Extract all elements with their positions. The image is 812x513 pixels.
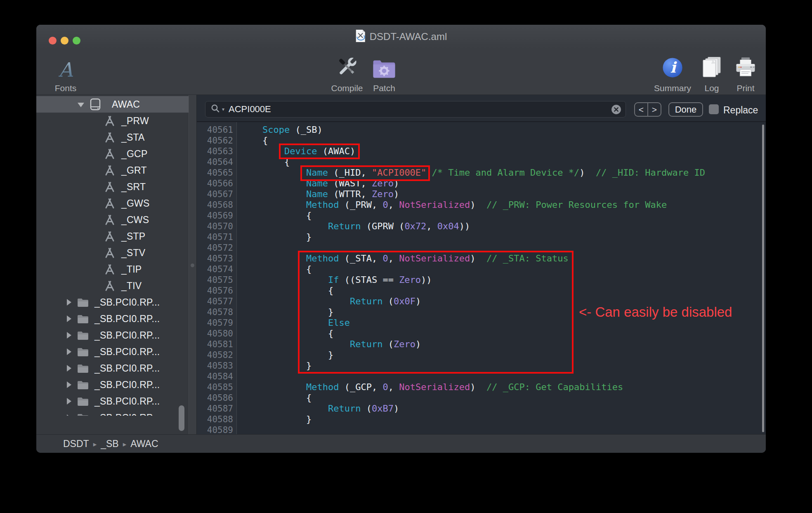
code-line[interactable]: 40573 Method (_STA, 0, NotSerialized) //… (197, 253, 766, 264)
tree-item-label: _STA (121, 132, 145, 143)
code-line[interactable]: 40575 If ((STAS == Zero)) (197, 275, 766, 285)
close-button[interactable] (49, 37, 57, 45)
code-area[interactable]: 40561 Scope (_SB)40562 {40563 Device (AW… (197, 122, 766, 434)
compile-button[interactable]: Compile (331, 49, 363, 96)
folder-icon (77, 297, 89, 309)
code-text: Return (Zero) (237, 339, 421, 349)
tree-item-sb-pci0-rp[interactable]: _SB.PCI0.RP... (36, 360, 189, 377)
code-line[interactable]: 40570 Return (GPRW (0x72, 0x04)) (197, 221, 766, 232)
search-value: ACPI000E (229, 104, 271, 115)
fonts-button[interactable]: A Fonts (55, 49, 77, 96)
line-number: 40572 (197, 242, 237, 253)
line-number: 40571 (197, 232, 237, 242)
code-line[interactable]: 40583 } (197, 360, 766, 371)
tree-item-sb-pci0-rp[interactable]: _SB.PCI0.RP... (36, 327, 189, 344)
line-number: 40582 (197, 350, 237, 360)
code-line[interactable]: 40565 Name (_HID, "ACPI000E" /* Time and… (197, 167, 766, 178)
tree-item-sb-pci0-rp[interactable]: _SB.PCI0.RP... (36, 409, 189, 416)
code-line[interactable]: 40574 { (197, 264, 766, 275)
print-button[interactable]: Print (734, 49, 757, 96)
tree-item-srt[interactable]: _SRT (36, 179, 189, 195)
breadcrumb-sb[interactable]: _SB (101, 438, 118, 449)
symbol-tree[interactable]: AWAC_PRW_STA_GCP_GRT_SRT_GWS_CWS_STP_STV… (36, 95, 189, 416)
search-input[interactable]: ▾ ACPI000E (205, 101, 626, 118)
code-line[interactable]: 40586 { (197, 393, 766, 403)
disclosure-collapsed-icon[interactable] (67, 398, 71, 405)
breadcrumb-awac[interactable]: AWAC (130, 438, 158, 449)
tree-item-prw[interactable]: _PRW (36, 113, 189, 129)
tree-item-sta[interactable]: _STA (36, 129, 189, 146)
tree-item-stv[interactable]: _STV (36, 245, 189, 261)
split-drag-handle[interactable] (191, 264, 194, 267)
disclosure-collapsed-icon[interactable] (67, 414, 71, 416)
line-number: 40584 (197, 371, 237, 382)
code-line[interactable]: 40585 Method (_GCP, 0, NotSerialized) //… (197, 382, 766, 393)
tree-item-label: _TIP (121, 264, 142, 275)
summary-button[interactable]: i Summary (654, 49, 691, 96)
code-line[interactable]: 40589 (197, 425, 766, 434)
code-line[interactable]: 40571 } (197, 232, 766, 242)
code-line[interactable]: 40564 { (197, 157, 766, 167)
code-line[interactable]: 40576 { (197, 285, 766, 296)
tree-item-sb-pci0-rp[interactable]: _SB.PCI0.RP... (36, 311, 189, 327)
minimize-button[interactable] (61, 37, 68, 45)
disclosure-expanded-icon[interactable] (78, 103, 84, 107)
tree-item-awac[interactable]: AWAC (36, 96, 189, 113)
tree-item-label: _SB.PCI0.RP... (94, 346, 160, 358)
tree-item-sb-pci0-rp[interactable]: _SB.PCI0.RP... (36, 377, 189, 393)
tree-item-tip[interactable]: _TIP (36, 261, 189, 278)
find-previous-button[interactable]: < (635, 103, 648, 116)
tree-item-sb-pci0-rp[interactable]: _SB.PCI0.RP... (36, 294, 189, 311)
editor-scrollbar[interactable] (762, 125, 764, 432)
disclosure-collapsed-icon[interactable] (67, 381, 71, 388)
replace-checkbox[interactable] (709, 104, 719, 114)
code-line[interactable]: 40582 } (197, 350, 766, 360)
code-line[interactable]: 40581 Return (Zero) (197, 339, 766, 350)
line-number: 40575 (197, 275, 237, 285)
code-line[interactable]: 40566 Name (WAST, Zero) (197, 178, 766, 189)
tree-item-grt[interactable]: _GRT (36, 162, 189, 179)
disclosure-collapsed-icon[interactable] (67, 315, 71, 322)
log-button[interactable]: Log (701, 49, 722, 96)
code-line[interactable]: 40588 } (197, 414, 766, 425)
tree-item-label: _CWS (121, 214, 149, 226)
method-icon (104, 264, 116, 278)
disclosure-collapsed-icon[interactable] (67, 365, 71, 372)
disclosure-collapsed-icon[interactable] (67, 299, 71, 306)
code-line[interactable]: 40569 { (197, 210, 766, 221)
code-text (237, 242, 241, 253)
code-line[interactable]: 40587 Return (0xB7) (197, 403, 766, 414)
code-line[interactable]: 40563 Device (AWAC) (197, 146, 766, 157)
tree-item-sb-pci0-rp[interactable]: _SB.PCI0.RP... (36, 344, 189, 360)
disclosure-collapsed-icon[interactable] (67, 332, 71, 339)
disclosure-collapsed-icon[interactable] (67, 348, 71, 355)
tree-item-label: _STV (121, 247, 145, 259)
method-icon (104, 165, 116, 179)
method-icon (104, 198, 116, 212)
tree-item-gws[interactable]: _GWS (36, 195, 189, 212)
tree-item-tiv[interactable]: _TIV (36, 278, 189, 294)
code-line[interactable]: 40567 Name (WTTR, Zero) (197, 189, 766, 200)
clear-search-button[interactable] (611, 104, 622, 117)
tree-item-stp[interactable]: _STP (36, 228, 189, 245)
code-text: } (237, 350, 333, 360)
code-line[interactable]: 40568 Method (_PRW, 0, NotSerialized) //… (197, 200, 766, 210)
breadcrumb-dsdt[interactable]: DSDT (63, 438, 89, 449)
tree-item-gcp[interactable]: _GCP (36, 146, 189, 162)
tree-item-sb-pci0-rp[interactable]: _SB.PCI0.RP... (36, 393, 189, 409)
code-line[interactable]: 40584 (197, 371, 766, 382)
zoom-button[interactable] (73, 37, 80, 45)
folder-icon (77, 347, 89, 359)
chevron-down-icon[interactable]: ▾ (222, 106, 224, 112)
code-line[interactable]: 40572 (197, 242, 766, 253)
code-line[interactable]: 40580 { (197, 328, 766, 339)
code-line[interactable]: 40561 Scope (_SB) (197, 125, 766, 135)
patch-button[interactable]: Patch (372, 49, 396, 96)
tree-item-cws[interactable]: _CWS (36, 212, 189, 228)
code-text: } (237, 307, 333, 317)
code-line[interactable]: 40562 { (197, 135, 766, 146)
find-next-button[interactable]: > (648, 103, 661, 116)
done-button[interactable]: Done (668, 102, 703, 117)
sidebar-scrollbar[interactable] (179, 405, 184, 431)
titlebar[interactable]: DSDT-AWAC.aml (36, 25, 766, 49)
